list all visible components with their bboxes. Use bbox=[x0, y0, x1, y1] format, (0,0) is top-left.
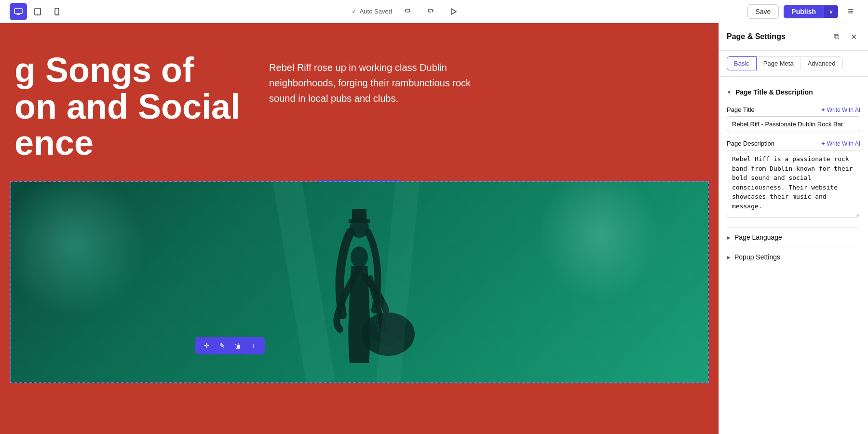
canvas-content: g Songs of on and Social ence Rebel Riff… bbox=[0, 23, 719, 434]
element-toolbar: ✛ ✎ 🗑 + bbox=[195, 337, 265, 354]
main-menu-button[interactable]: ≡ bbox=[843, 4, 858, 19]
save-button[interactable]: Save bbox=[747, 4, 779, 19]
panel-body: ▼ Page Title & Description Page Title ✦ … bbox=[719, 77, 868, 434]
hero-title: g Songs of on and Social ence bbox=[14, 52, 240, 162]
popup-settings-section[interactable]: ▶ Popup Settings bbox=[727, 247, 860, 267]
page-language-arrow-icon: ▶ bbox=[727, 235, 731, 240]
popup-settings-label: Popup Settings bbox=[734, 253, 780, 261]
accordion-header-page-title[interactable]: ▼ Page Title & Description bbox=[727, 84, 860, 100]
page-title-input[interactable] bbox=[727, 116, 860, 132]
page-title-label: Page Title bbox=[727, 106, 755, 113]
svg-point-2 bbox=[37, 14, 38, 14]
page-language-label: Page Language bbox=[734, 233, 782, 241]
hero-title-line2: on and Social bbox=[14, 89, 240, 125]
mobile-device-btn[interactable] bbox=[48, 3, 66, 20]
page-description-field-group: Page Description ✦ Write With AI Rebel R… bbox=[727, 140, 860, 219]
accordion-arrow-icon: ▼ bbox=[727, 90, 732, 95]
tab-page-meta[interactable]: Page Meta bbox=[756, 56, 801, 70]
toolbar-center-actions: ✓ Auto Saved bbox=[352, 4, 461, 19]
play-preview-button[interactable] bbox=[446, 4, 461, 19]
desktop-device-btn[interactable] bbox=[10, 3, 27, 20]
element-add-icon[interactable]: + bbox=[247, 340, 259, 352]
auto-saved-label: Auto Saved bbox=[360, 8, 392, 15]
check-icon: ✓ bbox=[352, 8, 357, 15]
undo-button[interactable] bbox=[400, 4, 415, 19]
panel-tabs: Basic Page Meta Advanced bbox=[719, 51, 868, 77]
element-delete-icon[interactable]: 🗑 bbox=[232, 340, 244, 352]
publish-button-group: Publish ∨ bbox=[784, 5, 838, 18]
hero-description: Rebel Riff rose up in working class Dubl… bbox=[269, 52, 472, 106]
page-language-section[interactable]: ▶ Page Language bbox=[727, 227, 860, 247]
element-edit-icon[interactable]: ✎ bbox=[217, 340, 228, 352]
panel-header: Page & Settings ⧉ ✕ bbox=[719, 23, 868, 51]
tab-basic[interactable]: Basic bbox=[727, 56, 757, 70]
page-title-description-section: ▼ Page Title & Description Page Title ✦ … bbox=[727, 84, 860, 219]
hero-title-line3: ence bbox=[14, 125, 240, 162]
page-description-ai-link[interactable]: ✦ Write With AI bbox=[821, 140, 860, 147]
hero-section: g Songs of on and Social ence Rebel Riff… bbox=[0, 23, 719, 181]
tab-advanced[interactable]: Advanced bbox=[800, 56, 843, 70]
svg-point-4 bbox=[56, 14, 57, 14]
auto-save-status: ✓ Auto Saved bbox=[352, 8, 392, 15]
stage-light-left bbox=[10, 181, 146, 317]
concert-image[interactable] bbox=[10, 181, 709, 383]
toolbar-publish-actions: Save Publish ∨ ≡ bbox=[747, 4, 858, 19]
canvas: g Songs of on and Social ence Rebel Riff… bbox=[0, 23, 719, 434]
page-title-ai-link[interactable]: ✦ Write With AI bbox=[821, 107, 860, 113]
panel-header-icons: ⧉ ✕ bbox=[829, 30, 860, 43]
page-description-textarea[interactable]: Rebel Riff is a passionate rock band fro… bbox=[727, 150, 860, 217]
panel-close-button[interactable]: ✕ bbox=[847, 30, 860, 43]
panel-title: Page & Settings bbox=[727, 32, 786, 41]
publish-main-button[interactable]: Publish bbox=[784, 5, 824, 18]
redo-button[interactable] bbox=[423, 4, 438, 19]
device-switcher bbox=[10, 3, 66, 20]
stage-light-right bbox=[539, 181, 660, 302]
svg-point-5 bbox=[351, 246, 368, 268]
page-title-label-row: Page Title ✦ Write With AI bbox=[727, 106, 860, 113]
page-description-label-row: Page Description ✦ Write With AI bbox=[727, 140, 860, 147]
svg-rect-0 bbox=[14, 9, 22, 14]
guitarist-silhouette bbox=[263, 181, 456, 382]
tablet-device-btn[interactable] bbox=[29, 3, 46, 20]
panel-copy-button[interactable]: ⧉ bbox=[829, 30, 843, 43]
hero-title-line1: g Songs of bbox=[14, 52, 240, 89]
element-move-icon[interactable]: ✛ bbox=[201, 340, 213, 352]
main-toolbar: ✓ Auto Saved Save Publish ∨ ≡ bbox=[0, 0, 868, 23]
popup-settings-arrow-icon: ▶ bbox=[727, 255, 731, 260]
svg-rect-8 bbox=[352, 209, 366, 221]
image-block[interactable]: ✛ 100% ✎ 🗑 + bbox=[10, 181, 709, 383]
page-title-field-group: Page Title ✦ Write With AI bbox=[727, 106, 860, 132]
accordion-label: Page Title & Description bbox=[735, 88, 813, 96]
page-description-label: Page Description bbox=[727, 140, 774, 147]
publish-dropdown-button[interactable]: ∨ bbox=[824, 5, 838, 18]
side-panel: Page & Settings ⧉ ✕ Basic Page Meta Adva… bbox=[719, 23, 868, 434]
main-area: g Songs of on and Social ence Rebel Riff… bbox=[0, 23, 868, 434]
